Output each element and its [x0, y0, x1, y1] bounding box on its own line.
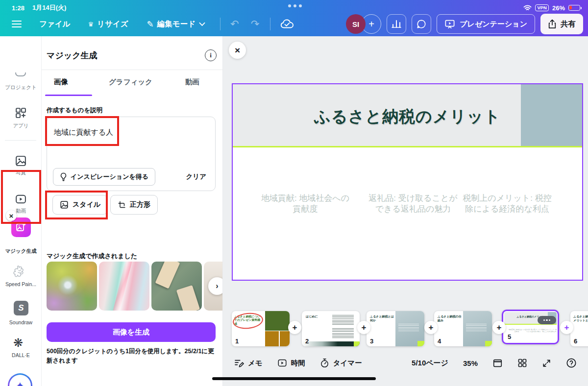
help-button[interactable] [566, 358, 577, 368]
generated-image-thumbnail[interactable] [151, 262, 202, 311]
top-toolbar: 1:28 1月14日(火) VPN 26% ファイル [0, 0, 588, 36]
soundraw-icon[interactable]: S [14, 301, 28, 315]
filmstrip-slide-1[interactable]: ふるさと納税についてのプレゼン資料構成 1 [232, 311, 290, 346]
redo-button[interactable]: ↷ [251, 18, 260, 30]
scroll-view-icon [492, 359, 503, 368]
slide-canvas[interactable]: ふるさと納税のメリット 地域貢献: 地域社会への貢献度 返礼品: 受け取ることが… [232, 83, 583, 281]
menu-button[interactable] [12, 21, 22, 27]
generated-image-thumbnail[interactable] [47, 262, 97, 311]
scroll-view-button[interactable] [492, 359, 503, 368]
filmstrip-slide-5-selected[interactable]: ふるさと納税のメリット 地域貢献: 地域社会への貢献度 返礼品: 受け取ることが… [502, 310, 559, 344]
add-page-button[interactable]: + [560, 321, 573, 334]
hamburger-icon [12, 21, 22, 27]
undo-button[interactable]: ↶ [230, 18, 239, 30]
avatar[interactable]: SI [346, 14, 366, 34]
add-page-button[interactable]: + [492, 321, 506, 334]
slide-number: 1 [235, 338, 239, 345]
tab-graphics[interactable]: グラフィック [109, 77, 152, 87]
slide-column-2[interactable]: 返礼品: 受け取ることができる返礼品の魅力 [368, 193, 458, 215]
annotation-box-prompt [45, 116, 119, 146]
status-time: 1:28 [12, 4, 24, 12]
magic-assistant-button[interactable]: ✦ [8, 373, 32, 386]
sidebar-item-projects[interactable]: プロジェクト [0, 84, 42, 91]
edit-mode-button[interactable]: ✎ 編集モード [147, 19, 205, 29]
generated-image-thumbnail[interactable] [99, 262, 149, 311]
bottom-toolbar: メモ 時間 タイマー 5/10ページ 35% [223, 354, 588, 372]
crop-icon [118, 201, 126, 209]
bar-chart-icon [392, 20, 401, 28]
battery-icon [568, 5, 580, 11]
text-block [332, 328, 354, 338]
notes-button[interactable]: メモ [234, 359, 263, 368]
credits-note: 500回分のクレジットのうち1回分を使用します。25/2/1に更新されます [47, 347, 218, 366]
generate-image-button[interactable]: 画像を生成 [47, 322, 216, 342]
aspect-ratio-button[interactable]: 正方形 [110, 195, 158, 215]
filmstrip-slide-2[interactable]: はじめに 2 [302, 311, 360, 346]
help-icon [566, 358, 577, 368]
resize-button[interactable]: ♛ リサイズ [88, 19, 128, 29]
slide-column-3[interactable]: 税制上のメリット: 税控除による経済的な利点 [463, 193, 552, 215]
sidebar-item-magic-generate[interactable]: マジック生成 [0, 248, 42, 255]
comments-button[interactable] [412, 14, 431, 34]
slide-footer-bar [302, 341, 360, 346]
dalle-icon[interactable]: ❋ [13, 336, 23, 350]
add-page-button[interactable]: + [424, 321, 438, 334]
battery-percent: 26% [552, 4, 565, 12]
presentation-button[interactable]: プレゼンテーション [437, 14, 535, 34]
chevron-right-icon: › [216, 282, 218, 290]
pencil-icon: ✎ [147, 19, 154, 29]
generated-section-label: マジック生成で作成されました [47, 252, 137, 261]
editor-toolbar: ファイル ♛ リサイズ ✎ 編集モード ↶ ↷ [0, 12, 588, 36]
zoom-level[interactable]: 35% [463, 359, 478, 367]
home-indicator[interactable] [212, 377, 376, 380]
insights-button[interactable] [387, 14, 406, 34]
slide-more-menu[interactable] [538, 316, 556, 324]
clear-button[interactable]: クリア [186, 172, 206, 181]
slide-number: 2 [305, 338, 309, 345]
file-menu-button[interactable]: ファイル [39, 19, 70, 29]
sidebar-item-apps[interactable]: アプリ [0, 122, 42, 129]
grid-view-button[interactable] [517, 358, 527, 368]
undo-icon: ↶ [230, 18, 239, 30]
plus-icon: + [368, 19, 374, 30]
tab-images[interactable]: 画像 [54, 77, 68, 87]
cloud-save-status[interactable] [280, 19, 294, 29]
slide-number: 4 [438, 338, 441, 345]
sidebar-item-dalle[interactable]: DALL·E [0, 352, 42, 358]
annotation-box-style [45, 191, 108, 219]
cloud-check-icon [280, 19, 294, 29]
info-icon[interactable]: i [205, 49, 217, 61]
get-inspiration-button[interactable]: インスピレーションを得る [53, 168, 155, 186]
time-button[interactable]: 時間 [277, 359, 305, 368]
sidebar-item-speed-paint[interactable]: Speed Pain... [0, 281, 42, 287]
redo-icon: ↷ [251, 18, 260, 30]
sidebar-item-soundraw[interactable]: Soundraw [0, 319, 42, 325]
apps-icon [15, 107, 27, 119]
status-date: 1月14日(火) [32, 3, 66, 12]
slide-column-1[interactable]: 地域貢献: 地域社会への貢献度 [261, 193, 350, 215]
canvas-area: × ふるさと納税のメリット 地域貢献: 地域社会への貢献度 返礼品: 受け取るこ… [223, 36, 588, 386]
timer-icon [320, 358, 329, 368]
filmstrip-slide-3[interactable]: ふるさと納税とは何か 3 [367, 311, 424, 346]
page-indicator[interactable]: 5/10ページ [412, 359, 448, 368]
add-page-button[interactable]: + [288, 321, 301, 334]
sparkle-icon: ✦ [16, 380, 24, 386]
chat-bubble-icon [416, 19, 426, 29]
slide-number: 6 [574, 338, 577, 345]
annotation-box-magic-generate [1, 170, 41, 224]
toolbar-divider [270, 18, 270, 30]
share-button[interactable]: 共有 [540, 14, 583, 34]
grid-view-icon [517, 358, 527, 368]
thumbnails-next-button[interactable]: › [208, 277, 223, 295]
notes-icon [234, 359, 244, 367]
tab-videos[interactable]: 動画 [185, 77, 199, 87]
add-page-button[interactable]: + [357, 321, 370, 334]
fullscreen-button[interactable] [542, 359, 551, 368]
slide-number: 5 [508, 333, 511, 340]
filmstrip-slide-4[interactable]: ふるさと納税の仕組み 4 [434, 311, 492, 346]
screen: 1:28 1月14日(火) VPN 26% ファイル [0, 0, 588, 386]
slide-title[interactable]: ふるさと納税のメリット [233, 106, 582, 128]
close-panel-button[interactable]: × [229, 42, 246, 59]
toolbar-divider [220, 18, 220, 30]
timer-button[interactable]: タイマー [320, 358, 362, 368]
